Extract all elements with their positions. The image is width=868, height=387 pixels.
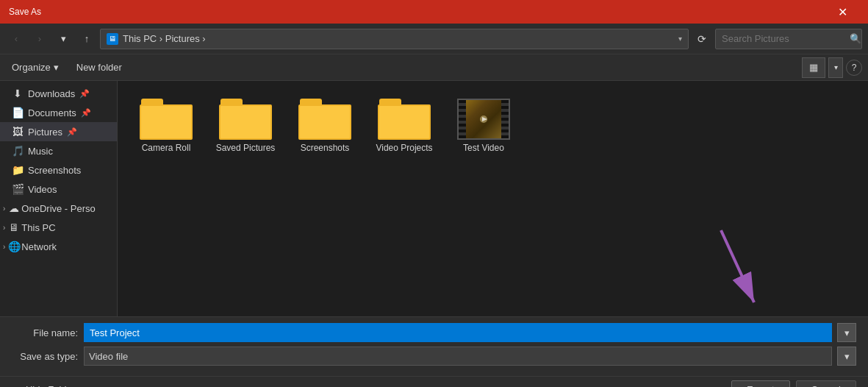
savetype-dropdown-arrow[interactable]: ▾ <box>837 347 856 366</box>
file-item-saved-pictures[interactable]: Saved Pictures <box>209 93 282 159</box>
sidebar-item-label: Screenshots <box>28 165 81 176</box>
titlebar: Save As ✕ <box>0 0 868 24</box>
savetype-label: Save as type: <box>12 351 78 362</box>
sidebar-item-label: Downloads <box>28 88 75 99</box>
file-name: Saved Pictures <box>216 143 276 153</box>
sidebar-item-label: This PC <box>21 222 55 233</box>
folder-icon <box>298 99 351 140</box>
filename-label: File name: <box>12 327 78 338</box>
refresh-button[interactable]: ⟳ <box>692 29 712 49</box>
downloads-icon: ⬇ <box>12 88 24 99</box>
sidebar-item-downloads[interactable]: ⬇ Downloads 📌 <box>0 84 117 103</box>
pin-icon: 📌 <box>67 127 77 137</box>
search-box[interactable]: 🔍 <box>715 29 862 49</box>
action-toolbar: Organize ▾ New folder ▦ ▾ ? <box>0 54 868 81</box>
sidebar-item-label: Documents <box>28 107 76 118</box>
view-button[interactable]: ▦ <box>802 57 825 78</box>
sidebar-item-pictures[interactable]: 🖼 Pictures 📌 <box>0 122 117 141</box>
filename-dropdown-arrow[interactable]: ▾ <box>837 323 856 342</box>
film-strip-left <box>459 100 466 138</box>
sidebar-item-onedrive[interactable]: › ☁ OneDrive - Perso <box>0 199 117 218</box>
screenshots-folder-icon: 📁 <box>12 164 24 176</box>
up-button[interactable]: ↑ <box>76 29 97 49</box>
new-folder-button[interactable]: New folder <box>71 57 128 78</box>
file-item-video-projects[interactable]: Video Projects <box>367 93 441 159</box>
video-content <box>466 100 501 138</box>
search-icon: 🔍 <box>850 33 861 44</box>
close-button[interactable]: ✕ <box>825 0 859 24</box>
film-strip-right <box>501 100 509 138</box>
footer: ▲ Hide Folders Export Cancel <box>0 376 868 387</box>
sidebar-item-thispc[interactable]: › 🖥 This PC <box>0 218 117 237</box>
folder-icon <box>378 99 431 140</box>
address-toolbar: ‹ › ▾ ↑ 🖥 This PC › Pictures › ▾ ⟳ 🔍 <box>0 24 868 54</box>
file-name: Camera Roll <box>142 143 191 153</box>
sidebar-item-music[interactable]: 🎵 Music <box>0 141 117 160</box>
address-icon: 🖥 <box>107 33 118 45</box>
address-bar[interactable]: 🖥 This PC › Pictures › ▾ <box>100 29 689 49</box>
expand-arrow-icon: › <box>3 243 5 251</box>
thispc-icon: 🖥 <box>8 221 20 233</box>
file-name: Test Video <box>463 143 504 153</box>
sidebar-item-documents[interactable]: 📄 Documents 📌 <box>0 103 117 122</box>
file-item-camera-roll[interactable]: Camera Roll <box>129 93 203 159</box>
window-title: Save As <box>9 7 41 17</box>
file-area: Camera Roll Saved Pictures Screenshots <box>118 81 868 316</box>
sidebar-item-label: Music <box>28 146 53 157</box>
file-name: Screenshots <box>301 143 350 153</box>
file-item-test-video[interactable]: Test Video <box>447 93 520 159</box>
sidebar-item-label: OneDrive - Perso <box>21 203 95 214</box>
savetype-select[interactable]: Video file <box>84 347 832 366</box>
pin-icon: 📌 <box>79 89 90 99</box>
new-folder-label: New folder <box>76 62 122 73</box>
music-icon: 🎵 <box>12 145 24 157</box>
documents-icon: 📄 <box>12 107 24 118</box>
address-chevron-icon[interactable]: ▾ <box>678 35 682 43</box>
sidebar-item-label: Videos <box>28 184 57 195</box>
toolbar-right: ▦ ▾ ? <box>802 57 862 78</box>
file-item-screenshots[interactable]: Screenshots <box>288 93 362 159</box>
address-path: This PC › Pictures › <box>123 33 674 44</box>
main-content: ⬇ Downloads 📌 📄 Documents 📌 🖼 Pictures 📌… <box>0 81 868 316</box>
file-name: Video Projects <box>376 143 432 153</box>
expand-arrow-icon: › <box>3 224 5 232</box>
back-button[interactable]: ‹ <box>6 29 26 49</box>
filename-input[interactable] <box>84 323 832 342</box>
cancel-button[interactable]: Cancel <box>796 380 856 388</box>
view-chevron-icon[interactable]: ▾ <box>828 57 843 78</box>
sidebar: ⬇ Downloads 📌 📄 Documents 📌 🖼 Pictures 📌… <box>0 81 118 316</box>
pictures-icon: 🖼 <box>12 126 24 138</box>
hide-folders-label: Hide Folders <box>26 384 80 387</box>
filename-row: File name: ▾ <box>12 323 856 342</box>
savetype-row: Save as type: Video file ▾ <box>12 347 856 366</box>
search-input[interactable] <box>722 33 845 44</box>
onedrive-icon: ☁ <box>8 202 20 214</box>
history-button[interactable]: ▾ <box>53 29 73 49</box>
expand-arrow-icon: › <box>3 205 5 213</box>
organize-button[interactable]: Organize ▾ <box>6 57 65 78</box>
sidebar-item-network[interactable]: › 🌐 Network <box>0 237 117 256</box>
videos-icon: 🎬 <box>12 183 24 195</box>
sidebar-item-label: Network <box>21 241 57 252</box>
video-thumbnail <box>457 99 510 140</box>
hide-folders-button[interactable]: ▲ Hide Folders <box>12 384 80 387</box>
help-button[interactable]: ? <box>846 60 862 76</box>
sidebar-item-videos[interactable]: 🎬 Videos <box>0 180 117 199</box>
sidebar-item-label: Pictures <box>28 127 62 138</box>
bottom-form: File name: ▾ Save as type: Video file ▾ <box>0 316 868 376</box>
folder-icon <box>140 99 193 140</box>
network-icon: 🌐 <box>8 241 20 252</box>
organize-arrow-icon: ▾ <box>54 62 59 73</box>
forward-button[interactable]: › <box>29 29 50 49</box>
footer-buttons: Export Cancel <box>731 380 856 388</box>
hide-folders-arrow-icon: ▲ <box>12 384 21 387</box>
organize-label: Organize <box>12 62 51 73</box>
sidebar-item-screenshots[interactable]: 📁 Screenshots <box>0 160 117 180</box>
pin-icon: 📌 <box>81 108 91 118</box>
folder-icon <box>219 99 272 140</box>
export-button[interactable]: Export <box>731 380 790 388</box>
